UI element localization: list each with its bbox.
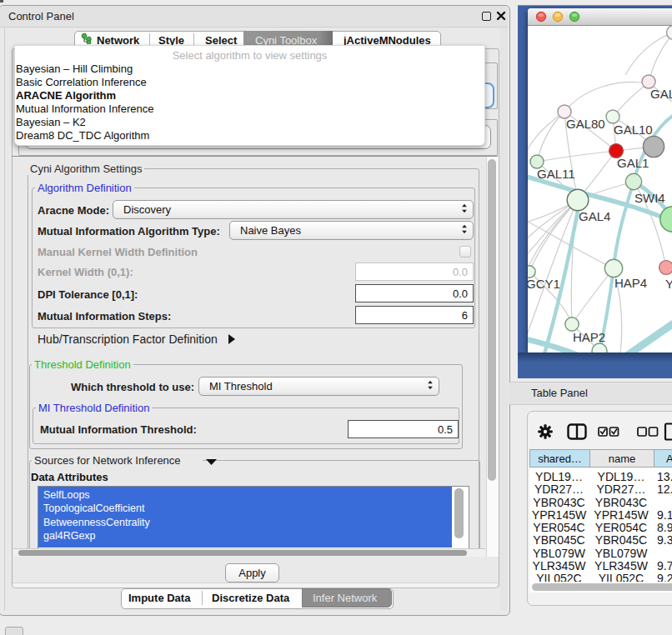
svg-text:GCY1: GCY1: [528, 277, 560, 291]
svg-text:HAP2: HAP2: [573, 330, 605, 344]
svg-text:GAL10: GAL10: [614, 122, 653, 137]
svg-text:HAP4: HAP4: [614, 276, 647, 290]
svg-text:GAL4: GAL4: [579, 209, 610, 223]
svg-text:GAL7: GAL7: [650, 87, 672, 101]
svg-text:Y: Y: [665, 277, 672, 291]
svg-text:GAL11: GAL11: [537, 167, 575, 181]
svg-text:GAL80: GAL80: [566, 117, 605, 131]
svg-text:SWI4: SWI4: [634, 191, 665, 205]
svg-text:GAL1: GAL1: [617, 156, 649, 170]
